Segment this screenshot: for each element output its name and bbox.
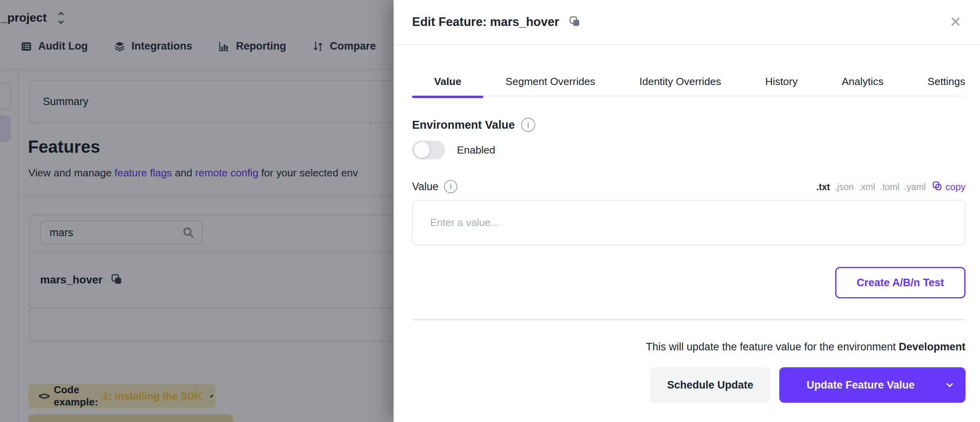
heading-text: Environment Value [412,118,515,131]
environment-notice: This will update the feature value for t… [646,341,965,353]
create-abn-test-button[interactable]: Create A/B/n Test [835,267,965,298]
panel-actions: Schedule Update Update Feature Value [650,367,965,403]
format-json[interactable]: .json [835,182,854,192]
copy-icon [932,181,942,193]
format-yaml[interactable]: .yaml [904,182,926,192]
copy-label: copy [945,181,965,192]
value-label-row: Value i .txt .json .xml .toml .yaml copy [412,180,965,193]
copy-value-button[interactable]: copy [932,181,965,193]
format-txt[interactable]: .txt [816,182,830,192]
panel-header: Edit Feature: mars_hover ✕ [394,0,980,45]
update-feature-value-button[interactable]: Update Feature Value [779,367,965,403]
toggle-label: Enabled [457,144,495,156]
value-label: Value [412,181,438,193]
environment-value-heading: Environment Value i [412,118,980,132]
panel-title: Edit Feature: mars_hover [412,15,559,29]
divider [412,319,965,320]
enabled-toggle[interactable] [412,141,445,159]
edit-feature-panel: Edit Feature: mars_hover ✕ Value Segment… [394,0,980,422]
panel-tabs: Value Segment Overrides Identity Overrid… [412,76,965,96]
info-icon[interactable]: i [521,118,535,132]
value-input[interactable] [412,200,965,246]
environment-name: Development [899,341,965,353]
info-icon[interactable]: i [444,180,457,193]
chevron-down-icon [947,381,953,387]
tab-settings[interactable]: Settings [906,76,980,96]
copy-icon[interactable] [569,15,581,29]
tab-segment-overrides[interactable]: Segment Overrides [483,76,617,96]
close-icon[interactable]: ✕ [950,15,962,29]
tab-history[interactable]: History [743,76,819,96]
format-xml[interactable]: .xml [858,182,875,192]
tab-identity-overrides[interactable]: Identity Overrides [618,76,743,96]
tab-analytics[interactable]: Analytics [820,76,906,96]
enabled-toggle-row: Enabled [412,141,980,159]
schedule-update-button[interactable]: Schedule Update [650,367,771,403]
tab-value[interactable]: Value [412,76,483,96]
update-button-label: Update Feature Value [806,379,915,391]
format-toml[interactable]: .toml [880,182,900,192]
toggle-knob [414,142,430,158]
notice-text: This will update the feature value for t… [646,341,899,353]
